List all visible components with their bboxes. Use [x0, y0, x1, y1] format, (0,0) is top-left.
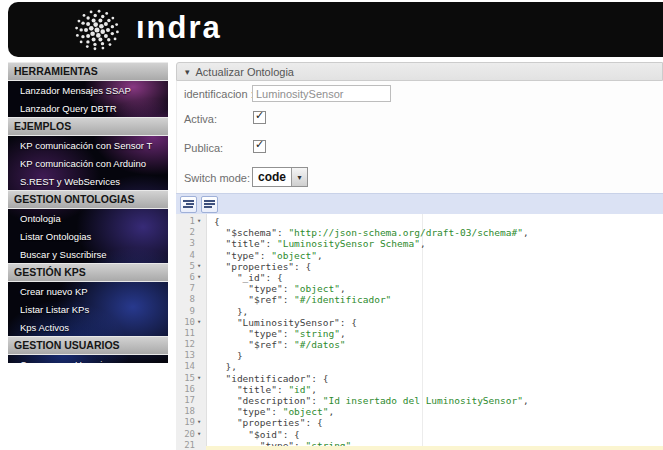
identificacion-input[interactable]	[252, 85, 391, 102]
sidebar-item[interactable]: Lanzador Query DBTR	[8, 99, 168, 117]
collapse-arrow-icon: ▾	[185, 67, 190, 77]
publica-checkbox[interactable]: ✓	[253, 140, 266, 153]
check-icon: ✓	[255, 109, 264, 122]
code-line: 12 "$ref": "#/datos"	[176, 339, 663, 350]
compact-button[interactable]	[201, 196, 218, 213]
code-text: "$ref": "#/identificador"	[206, 294, 391, 305]
fold-spacer	[197, 395, 206, 406]
code-text: "title": "LuminositySensor Schema",	[206, 238, 426, 249]
sidebar-item[interactable]: S.REST y WebServices	[8, 172, 168, 190]
code-text: }	[206, 350, 243, 361]
sidebar-section-header: GESTION USUARIOS	[8, 336, 168, 355]
identificacion-label: identificacion :	[184, 88, 254, 100]
line-number: 19	[176, 417, 197, 428]
code-line: 2 "$schema": "http://json-schema.org/dra…	[176, 227, 663, 238]
select-value: code	[253, 170, 291, 184]
line-number: 6	[176, 272, 197, 283]
sidebar-item[interactable]: Listar Listar KPs	[8, 300, 168, 318]
fold-toggle-icon[interactable]: ▾	[197, 317, 206, 328]
check-icon: ✓	[255, 138, 264, 151]
code-text: {	[206, 216, 220, 227]
ontology-form: identificacion : Activa: Publica: Switch…	[176, 81, 663, 193]
line-number: 13	[176, 350, 197, 361]
code-line: 9 },	[176, 306, 663, 317]
code-text: "type": "object",	[206, 406, 334, 417]
code-text: "identificador": {	[206, 373, 328, 384]
code-area[interactable]: 1▾{2 "$schema": "http://json-schema.org/…	[176, 214, 663, 450]
line-number: 11	[176, 328, 197, 339]
code-line: 1▾{	[176, 216, 663, 227]
indra-logo-text: ındra	[136, 12, 222, 47]
code-line: 6▾ "_id": {	[176, 272, 663, 283]
fold-spacer	[197, 283, 206, 294]
code-line: 10▾ "LuminositySensor": {	[176, 317, 663, 328]
format-button[interactable]	[180, 196, 197, 213]
code-line: 15▾ "identificador": {	[176, 373, 663, 384]
code-line: 8 "$ref": "#/identificador"	[176, 294, 663, 305]
line-number: 17	[176, 395, 197, 406]
fold-spacer	[197, 238, 206, 249]
active-line-highlight	[206, 446, 663, 450]
code-line: 14 },	[176, 361, 663, 372]
panel-header-actualizar-ontologia[interactable]: ▾ Actualizar Ontologia	[176, 62, 663, 81]
sidebar-item[interactable]: Crear nuevo KP	[8, 282, 168, 300]
fold-toggle-icon[interactable]: ▾	[197, 272, 206, 283]
code-line: 17 "description": "Id insertado del Lumi…	[176, 395, 663, 406]
code-text: "properties": {	[206, 261, 311, 272]
format-icon	[182, 198, 195, 211]
sidebar-item[interactable]: Ontologia	[8, 209, 168, 227]
switch-mode-label: Switch mode:	[184, 172, 250, 184]
fold-spacer	[197, 406, 206, 417]
sidebar-item[interactable]: Lanzador Mensajes SSAP	[8, 81, 168, 99]
sidebar-section-header: HERRAMIENTAS	[8, 62, 168, 81]
sidebar-item[interactable]: Buscar y Suscribirse	[8, 245, 168, 263]
line-number: 21	[176, 440, 197, 450]
line-number: 7	[176, 283, 197, 294]
indra-logo-icon	[72, 7, 122, 53]
chevron-down-icon: ▾	[291, 168, 307, 186]
editor-toolbar	[176, 194, 663, 214]
switch-mode-select[interactable]: code ▾	[252, 167, 308, 187]
line-number: 20	[176, 429, 197, 440]
line-number: 18	[176, 406, 197, 417]
code-line: 3 "title": "LuminositySensor Schema",	[176, 238, 663, 249]
line-number: 10	[176, 317, 197, 328]
fold-toggle-icon[interactable]: ▾	[197, 216, 206, 227]
fold-toggle-icon[interactable]: ▾	[197, 261, 206, 272]
fold-toggle-icon[interactable]: ▾	[197, 373, 206, 384]
sidebar-item[interactable]: Listar Ontologias	[8, 227, 168, 245]
activa-checkbox[interactable]: ✓	[253, 111, 266, 124]
fold-spacer	[197, 294, 206, 305]
sidebar-section-header: GESTION ONTOLOGIAS	[8, 190, 168, 209]
sidebar-item[interactable]: KP comunicación con Arduino	[8, 154, 168, 172]
sidebar-item[interactable]: Crear nuevo Usuario	[8, 355, 168, 363]
code-line: 5▾ "properties": {	[176, 261, 663, 272]
publica-label: Publica:	[184, 142, 223, 154]
sidebar-item[interactable]: KP comunicación con Sensor T	[8, 136, 168, 154]
sidebar-item[interactable]: Kps Activos	[8, 318, 168, 336]
app-header: ındra	[8, 2, 663, 57]
code-text: "type": "object",	[206, 250, 323, 261]
fold-spacer	[197, 227, 206, 238]
line-number: 16	[176, 384, 197, 395]
fold-spacer	[197, 350, 206, 361]
line-number: 5	[176, 261, 197, 272]
code-text: "$ref": "#/datos"	[206, 339, 346, 350]
line-number: 14	[176, 361, 197, 372]
code-text: "LuminositySensor": {	[206, 317, 357, 328]
fold-toggle-icon[interactable]: ▾	[197, 429, 206, 440]
code-line: 19▾ "properties": {	[176, 417, 663, 428]
line-number: 12	[176, 339, 197, 350]
fold-spacer	[197, 306, 206, 317]
code-text: "description": "Id insertado del Luminos…	[206, 395, 529, 406]
code-text: "title": "id",	[206, 384, 317, 395]
code-line: 20▾ "$oid": {	[176, 429, 663, 440]
line-number: 15	[176, 373, 197, 384]
code-text: "$oid": {	[206, 429, 300, 440]
code-text: "$schema": "http://json-schema.org/draft…	[206, 227, 529, 238]
fold-toggle-icon[interactable]: ▾	[197, 417, 206, 428]
fold-spacer	[197, 250, 206, 261]
code-text: "_id": {	[206, 272, 283, 283]
activa-label: Activa:	[184, 113, 217, 125]
code-line: 16 "title": "id",	[176, 384, 663, 395]
